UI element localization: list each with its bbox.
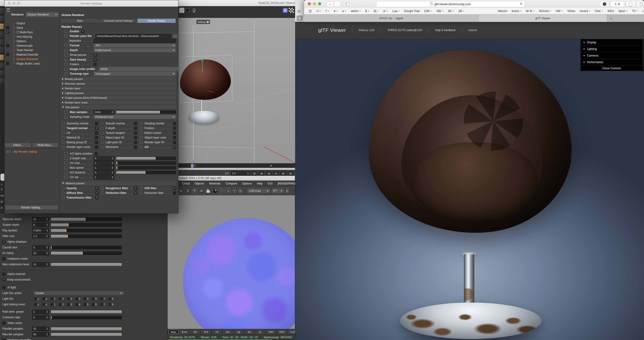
spinner-arrows[interactable] — [46, 246, 48, 249]
pass-tab[interactable]: Main — [168, 330, 178, 334]
value-spinner[interactable]: 0 — [32, 315, 49, 320]
lock-resolution-icon[interactable] — [206, 188, 211, 193]
tool-icon[interactable] — [0, 23, 4, 29]
gui-folder[interactable]: Cameras — [580, 52, 642, 59]
value-spinner[interactable]: 32. — [32, 327, 49, 331]
bookmark-item[interactable]: Vimeo — [568, 9, 576, 13]
setting-slider[interactable] — [51, 251, 122, 255]
expander-icon[interactable]: + — [16, 31, 19, 33]
close-button[interactable] — [308, 2, 311, 5]
id-checkbox[interactable]: 4 — [76, 297, 80, 300]
minimize-button[interactable] — [313, 2, 316, 5]
pass-checkbox[interactable] — [173, 136, 176, 139]
pause-icon[interactable]: ‖ — [185, 188, 190, 193]
bookmark-item[interactable]: ♥ — [334, 9, 338, 13]
setting-slider[interactable] — [51, 327, 122, 331]
new-tab-button[interactable]: + — [607, 14, 644, 22]
id-checkbox[interactable]: 5 — [84, 303, 88, 306]
renderer-dropdown[interactable]: Octane Renderer — [26, 12, 59, 17]
viewer-titlebar[interactable]: Viewer 2020.1.5-R2 (89 days left) — [168, 176, 295, 180]
sidebar-toggle-button[interactable] — [344, 2, 351, 7]
clipped-field[interactable]: 1 — [286, 189, 289, 193]
tonemap-dropdown[interactable]: Tonemapped — [94, 72, 176, 76]
browse-button[interactable]: ... — [172, 34, 178, 38]
bookmark-item[interactable]: Wacom — [498, 9, 507, 13]
render-setting-button[interactable]: Render Setting... — [5, 205, 58, 210]
bookmark-item[interactable]: Sport — [618, 9, 628, 13]
settings-gear-icon[interactable]: ✳ — [199, 188, 204, 193]
pass-tab[interactable]: Ref — [201, 330, 211, 334]
kernel-dropdown[interactable]: PT — [272, 189, 284, 193]
panel-tab[interactable]: Main — [61, 19, 99, 23]
collapsed-section-header[interactable]: Lighting passes — [60, 91, 176, 95]
bookmark-item[interactable]: ? — [325, 9, 329, 13]
multipass-button[interactable]: Multi-Pass... — [32, 143, 58, 147]
tool-icon[interactable] — [0, 54, 4, 60]
panel-tab[interactable]: Render Passes — [138, 19, 176, 23]
pass-tab[interactable]: RflFi — [277, 330, 287, 334]
tool-icon[interactable] — [0, 39, 4, 45]
checkbox[interactable] — [2, 273, 6, 276]
tool-icon[interactable] — [0, 47, 4, 53]
tab-overview-button[interactable] — [637, 1, 644, 7]
setting-slider[interactable] — [51, 333, 122, 336]
restart-render-icon[interactable]: ↻ — [178, 188, 184, 193]
menu-item[interactable]: Options — [242, 182, 252, 185]
spinner-arrows[interactable] — [46, 333, 48, 336]
pass-checkbox[interactable] — [134, 127, 137, 130]
pass-tab[interactable]: Emit — [180, 330, 189, 334]
downloads-button[interactable]: ↓ — [600, 1, 609, 7]
pass-checkbox[interactable] — [95, 146, 98, 149]
region-render-icon[interactable]: R — [192, 189, 197, 193]
tab-otoy[interactable]: OTOY, Inc. - Agent — [304, 14, 478, 22]
viewer-render-canvas[interactable] — [168, 195, 295, 329]
id-checkbox[interactable]: 3 — [67, 303, 72, 306]
pass-tab[interactable]: Dif — [190, 330, 200, 334]
bookmark-item[interactable]: 8) — [374, 9, 379, 13]
menu-item[interactable]: Objects — [194, 182, 204, 185]
id-checkbox[interactable]: 5 — [84, 297, 88, 300]
bookmark-item[interactable]: M~R — [526, 9, 534, 13]
tree-item[interactable]: + Material Override — [15, 52, 59, 57]
pass-checkbox[interactable] — [95, 127, 98, 130]
id-checkbox[interactable]: 8 — [109, 297, 114, 300]
checkbox[interactable] — [6, 44, 9, 47]
frame-value-field[interactable]: 5 F — [231, 171, 250, 176]
header-link[interactable]: help & feedback — [428, 28, 456, 32]
pass-checkbox[interactable] — [96, 196, 98, 199]
checkbox[interactable] — [6, 31, 9, 34]
bit-depth-dropdown[interactable]: LDR 8-bit — [248, 189, 270, 193]
gui-folder[interactable]: Performance — [580, 59, 642, 65]
transport-button[interactable]: ▶| — [280, 171, 286, 176]
tree-item[interactable]: + Anti-Aliasing — [15, 34, 59, 39]
bookmark-item[interactable]: HW — [556, 9, 563, 13]
value-spinner[interactable]: 5. — [94, 156, 114, 161]
gui-folder[interactable]: Lighting — [580, 46, 642, 52]
setting-slider[interactable] — [51, 229, 122, 232]
timeline-playhead[interactable] — [191, 164, 194, 168]
pass-checkbox[interactable] — [134, 131, 137, 135]
material-ball-icon[interactable] — [212, 188, 218, 193]
text-size-button[interactable]: AA — [610, 1, 624, 7]
gltf-3d-canvas[interactable]: Display Lighting Cameras — [295, 39, 644, 340]
spinner-arrows[interactable] — [247, 172, 249, 175]
collapsed-section-header[interactable]: Beauty passes — [60, 77, 176, 81]
ao-alpha-shadow-checkbox[interactable] — [94, 152, 98, 155]
pass-tab[interactable]: DifFi — [266, 330, 276, 334]
pass-checkbox[interactable] — [173, 187, 176, 190]
bookmark-item[interactable]: $ — [365, 9, 370, 13]
value-spinner[interactable]: 3. — [94, 170, 114, 175]
tool-icon[interactable] — [0, 31, 4, 37]
bookmark-item[interactable]: » — [642, 9, 644, 13]
pass-checkbox[interactable] — [173, 141, 176, 144]
shading-mode-icon[interactable] — [179, 7, 184, 13]
setting-slider[interactable] — [116, 166, 176, 169]
tool-icon[interactable] — [0, 70, 4, 76]
panel-menu-icon[interactable] — [6, 8, 10, 12]
checkbox[interactable] — [2, 278, 6, 281]
collapsed-section-header[interactable]: Render layer mask — [60, 100, 176, 104]
y-axis-gizmo[interactable] — [202, 60, 202, 72]
file-path-field[interactable]: /Users/5kmac/iCloud Drive (Archive) - 5/… — [96, 34, 172, 38]
id-checkbox[interactable]: e — [42, 303, 47, 306]
tree-item[interactable]: + Options — [15, 39, 59, 43]
